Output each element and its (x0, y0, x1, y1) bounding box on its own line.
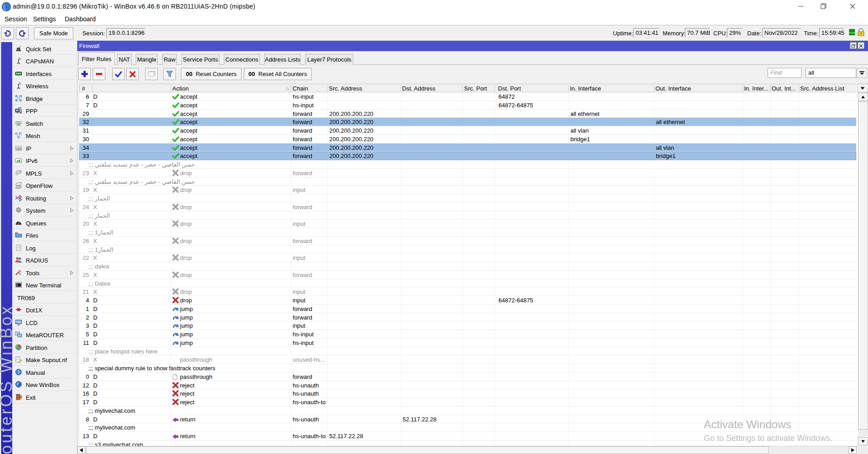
svg-text:?: ? (18, 370, 20, 375)
svg-text:255: 255 (16, 147, 21, 150)
svg-text:v6: v6 (17, 159, 20, 163)
